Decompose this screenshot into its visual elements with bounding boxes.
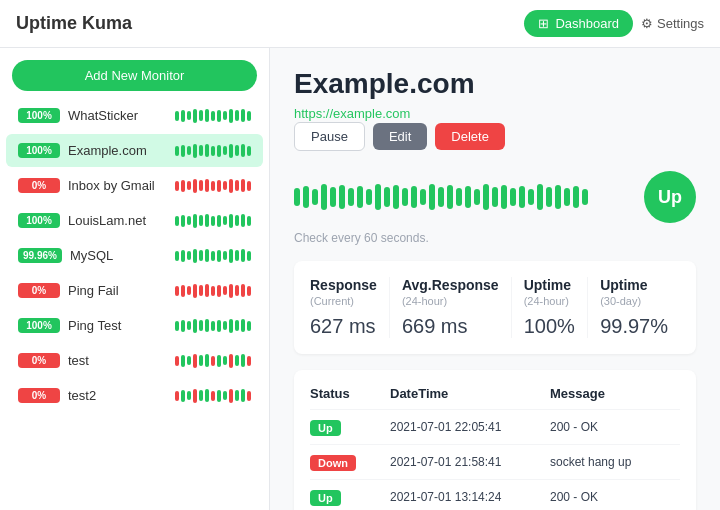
- heartbeat-display: Up: [294, 171, 696, 223]
- monitor-badge: 0%: [18, 178, 60, 193]
- heartbeat-mini: [175, 389, 251, 403]
- heartbeat-mini: [175, 214, 251, 228]
- log-message-cell: 200 - OK: [550, 420, 680, 434]
- dashboard-button[interactable]: ⊞ Dashboard: [524, 10, 633, 37]
- monitor-badge: 0%: [18, 353, 60, 368]
- log-header-datetime: DateTime: [390, 386, 550, 401]
- stat-value: 99.97%: [600, 315, 668, 338]
- log-header-status: Status: [310, 386, 390, 401]
- check-interval-text: Check every 60 seconds.: [294, 231, 696, 245]
- sidebar-item-test2[interactable]: 0%test2: [6, 379, 263, 412]
- action-bar: Pause Edit Delete: [294, 122, 696, 151]
- monitor-name: WhatSticker: [68, 108, 167, 123]
- heartbeat-mini: [175, 354, 251, 368]
- stats-card: Response (Current) 627 ms Avg.Response (…: [294, 261, 696, 354]
- stat-value: 100%: [524, 315, 576, 338]
- dashboard-icon: ⊞: [538, 16, 549, 31]
- monitor-name: test2: [68, 388, 167, 403]
- monitor-badge: 100%: [18, 143, 60, 158]
- edit-button[interactable]: Edit: [373, 123, 427, 150]
- log-status-cell: Down: [310, 453, 390, 471]
- stat-label: Response: [310, 277, 377, 293]
- monitor-name: Ping Fail: [68, 283, 167, 298]
- heartbeat-mini: [175, 144, 251, 158]
- sidebar-item-whatsticker[interactable]: 100%WhatSticker: [6, 99, 263, 132]
- monitor-name: MySQL: [70, 248, 167, 263]
- stat-label: Uptime: [600, 277, 668, 293]
- log-message-cell: 200 - OK: [550, 490, 680, 504]
- stat-cell: Avg.Response (24-hour) 669 ms: [390, 277, 512, 338]
- app-logo: Uptime Kuma: [16, 13, 132, 34]
- log-status-badge: Down: [310, 455, 356, 471]
- monitor-name: Example.com: [68, 143, 167, 158]
- monitor-list: 100%WhatSticker100%Example.com0%Inbox by…: [0, 99, 269, 412]
- heartbeat-bars: [294, 184, 632, 210]
- log-row: Up2021-07-01 22:05:41200 - OK: [310, 409, 680, 444]
- sidebar-item-louislam[interactable]: 100%LouisLam.net: [6, 204, 263, 237]
- log-message-cell: socket hang up: [550, 455, 680, 469]
- log-rows: Up2021-07-01 22:05:41200 - OKDown2021-07…: [310, 409, 680, 510]
- add-monitor-button[interactable]: Add New Monitor: [12, 60, 257, 91]
- stat-sub: (30-day): [600, 295, 668, 307]
- stat-value: 669 ms: [402, 315, 499, 338]
- monitor-name: Ping Test: [68, 318, 167, 333]
- log-datetime-cell: 2021-07-01 22:05:41: [390, 420, 550, 434]
- header-actions: ⊞ Dashboard ⚙ Settings: [524, 10, 704, 37]
- monitor-badge: 99.96%: [18, 248, 62, 263]
- log-status-cell: Up: [310, 488, 390, 506]
- settings-button[interactable]: ⚙ Settings: [641, 16, 704, 31]
- monitor-badge: 0%: [18, 388, 60, 403]
- stats-row: Response (Current) 627 ms Avg.Response (…: [310, 277, 680, 338]
- sidebar-item-ping-test[interactable]: 100%Ping Test: [6, 309, 263, 342]
- content-area: Example.com https://example.com Pause Ed…: [270, 48, 720, 510]
- stat-cell: Uptime (30-day) 99.97%: [588, 277, 680, 338]
- stat-cell: Uptime (24-hour) 100%: [512, 277, 589, 338]
- sidebar-item-mysql[interactable]: 99.96%MySQL: [6, 239, 263, 272]
- up-badge: Up: [644, 171, 696, 223]
- heartbeat-mini: [175, 109, 251, 123]
- stat-sub: (24-hour): [524, 295, 576, 307]
- header: Uptime Kuma ⊞ Dashboard ⚙ Settings: [0, 0, 720, 48]
- monitor-badge: 100%: [18, 318, 60, 333]
- monitor-badge: 0%: [18, 283, 60, 298]
- page-title: Example.com: [294, 68, 696, 100]
- heartbeat-mini: [175, 249, 251, 263]
- stat-cell: Response (Current) 627 ms: [310, 277, 390, 338]
- sidebar-item-test[interactable]: 0%test: [6, 344, 263, 377]
- pause-button[interactable]: Pause: [294, 122, 365, 151]
- stat-label: Uptime: [524, 277, 576, 293]
- heartbeat-mini: [175, 179, 251, 193]
- log-row: Up2021-07-01 13:14:24200 - OK: [310, 479, 680, 510]
- sidebar-item-ping-fail[interactable]: 0%Ping Fail: [6, 274, 263, 307]
- log-datetime-cell: 2021-07-01 21:58:41: [390, 455, 550, 469]
- gear-icon: ⚙: [641, 16, 653, 31]
- log-card: Status DateTime Message Up2021-07-01 22:…: [294, 370, 696, 510]
- log-datetime-cell: 2021-07-01 13:14:24: [390, 490, 550, 504]
- monitor-url[interactable]: https://example.com: [294, 106, 410, 121]
- log-header-message: Message: [550, 386, 680, 401]
- heartbeat-mini: [175, 319, 251, 333]
- monitor-name: test: [68, 353, 167, 368]
- monitor-name: LouisLam.net: [68, 213, 167, 228]
- sidebar-item-example-com[interactable]: 100%Example.com: [6, 134, 263, 167]
- log-status-badge: Up: [310, 490, 341, 506]
- main-layout: Add New Monitor 100%WhatSticker100%Examp…: [0, 48, 720, 510]
- log-status-badge: Up: [310, 420, 341, 436]
- log-row: Down2021-07-01 21:58:41socket hang up: [310, 444, 680, 479]
- monitor-name: Inbox by Gmail: [68, 178, 167, 193]
- heartbeat-mini: [175, 284, 251, 298]
- sidebar-item-inbox-gmail[interactable]: 0%Inbox by Gmail: [6, 169, 263, 202]
- stat-label: Avg.Response: [402, 277, 499, 293]
- sidebar: Add New Monitor 100%WhatSticker100%Examp…: [0, 48, 270, 510]
- log-status-cell: Up: [310, 418, 390, 436]
- monitor-badge: 100%: [18, 213, 60, 228]
- stat-sub: (24-hour): [402, 295, 499, 307]
- monitor-badge: 100%: [18, 108, 60, 123]
- stat-sub: (Current): [310, 295, 377, 307]
- stat-value: 627 ms: [310, 315, 377, 338]
- delete-button[interactable]: Delete: [435, 123, 505, 150]
- log-header-row: Status DateTime Message: [310, 386, 680, 401]
